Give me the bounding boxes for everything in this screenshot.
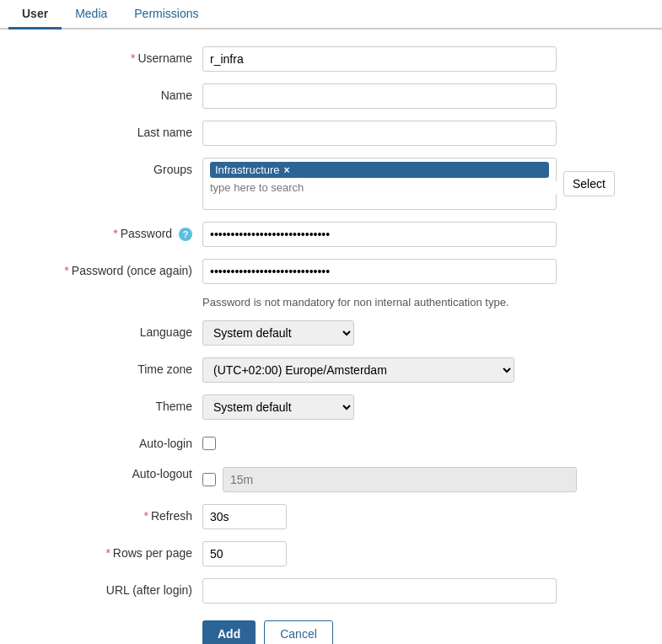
required-star-3: *: [64, 264, 68, 277]
button-row: Add Cancel: [202, 620, 628, 644]
autologout-row: Auto-logout: [34, 462, 628, 492]
group-tag-close-icon[interactable]: ×: [284, 164, 290, 176]
language-select[interactable]: System default English German French Spa…: [202, 320, 354, 346]
name-input[interactable]: [202, 83, 557, 109]
groups-wrapper: Infrastructure × Select: [202, 158, 615, 210]
theme-select[interactable]: System default Blue Dark: [202, 394, 354, 420]
password-input[interactable]: [202, 222, 557, 247]
theme-row: Theme System default Blue Dark: [34, 394, 628, 420]
add-button[interactable]: Add: [202, 620, 256, 644]
password-again-input[interactable]: [202, 259, 557, 284]
password-again-label: *Password (once again): [34, 259, 202, 277]
lastname-input[interactable]: [202, 121, 557, 146]
rows-per-page-label: *Rows per page: [34, 541, 202, 560]
groups-label: Groups: [34, 158, 202, 176]
required-star-4: *: [144, 509, 148, 523]
rows-per-page-input[interactable]: [202, 541, 287, 566]
password-again-row: *Password (once again): [34, 259, 628, 284]
tab-permissions[interactable]: Permissions: [121, 0, 212, 30]
tabs-container: User Media Permissions: [0, 0, 662, 30]
username-label: *Username: [34, 46, 202, 65]
theme-label: Theme: [34, 394, 202, 413]
language-label: Language: [34, 320, 202, 339]
tab-media[interactable]: Media: [62, 0, 121, 30]
username-input[interactable]: [202, 46, 557, 72]
timezone-row: Time zone (UTC+02:00) Europe/Amsterdam (…: [34, 357, 628, 383]
refresh-row: *Refresh: [34, 504, 628, 529]
password-row: *Password ?: [34, 222, 628, 247]
password-help-icon[interactable]: ?: [179, 228, 192, 241]
language-row: Language System default English German F…: [34, 320, 628, 346]
tab-user[interactable]: User: [8, 0, 62, 30]
username-row: *Username: [34, 46, 628, 72]
group-tag-infrastructure: Infrastructure ×: [210, 162, 549, 178]
autologout-input[interactable]: [223, 467, 577, 492]
tab-bar: User Media Permissions: [0, 0, 662, 30]
autologin-row: Auto-login: [34, 432, 628, 450]
autologin-checkbox-wrap: [202, 432, 216, 450]
groups-row: Groups Infrastructure × Select: [34, 158, 628, 210]
name-label: Name: [34, 83, 202, 102]
password-hint: Password is not mandatory for non intern…: [202, 296, 628, 309]
refresh-label: *Refresh: [34, 504, 202, 523]
autologout-label: Auto-logout: [34, 462, 202, 480]
timezone-label: Time zone: [34, 357, 202, 376]
autologout-wrap: [202, 462, 577, 492]
groups-input-area[interactable]: Infrastructure ×: [202, 158, 557, 210]
rows-per-page-row: *Rows per page: [34, 541, 628, 566]
group-tag-label: Infrastructure: [215, 164, 280, 176]
autologout-checkbox[interactable]: [202, 473, 216, 486]
lastname-label: Last name: [34, 121, 202, 139]
url-input[interactable]: [202, 578, 557, 604]
lastname-row: Last name: [34, 121, 628, 146]
required-star-2: *: [113, 227, 117, 240]
autologin-checkbox[interactable]: [202, 437, 216, 450]
name-row: Name: [34, 83, 628, 109]
groups-select-button[interactable]: Select: [563, 171, 615, 196]
required-star-5: *: [105, 546, 110, 560]
timezone-select[interactable]: (UTC+02:00) Europe/Amsterdam (UTC+00:00)…: [202, 357, 514, 383]
cancel-button[interactable]: Cancel: [264, 620, 333, 644]
refresh-input[interactable]: [202, 504, 287, 529]
url-row: URL (after login): [34, 578, 628, 604]
groups-search-input[interactable]: [210, 181, 564, 194]
form-container: *Username Name Last name Groups Infrastr…: [0, 30, 662, 644]
url-label: URL (after login): [34, 578, 202, 597]
autologin-label: Auto-login: [34, 432, 202, 450]
password-label: *Password ?: [34, 222, 202, 241]
required-star: *: [131, 51, 135, 65]
